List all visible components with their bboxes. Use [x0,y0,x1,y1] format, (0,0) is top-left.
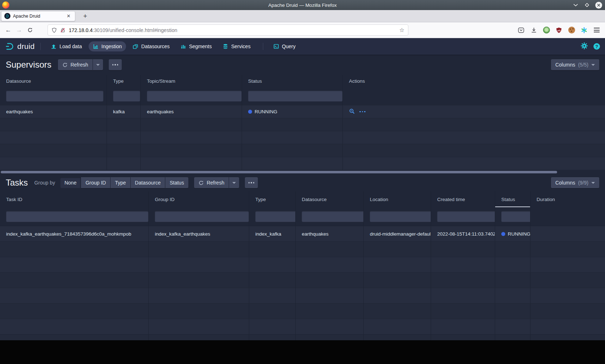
col-header-created-time[interactable]: Created time [431,191,495,207]
downloads-icon[interactable] [530,26,538,34]
filter-group-id-input[interactable] [155,211,249,222]
window-minimize-button[interactable] [572,2,579,8]
colorful-extension-icon[interactable] [580,26,588,34]
nav-item-query[interactable]: Query [269,41,300,51]
empty-row [0,118,605,131]
group-by-datasource-button[interactable]: Datasource [131,177,165,188]
privacy-extension-icon[interactable] [542,26,550,34]
supervisors-refresh-caret-button[interactable] [93,59,103,70]
tasks-table-header: Task ID Group ID Type Datasource Locatio… [0,191,605,207]
col-header-datasource[interactable]: Datasource [0,75,107,87]
tasks-refresh-button[interactable]: Refresh [194,177,229,188]
ublock-extension-icon[interactable]: uO [555,26,563,34]
url-text[interactable]: 172.18.0.4:30109/unified-console.html#in… [69,27,396,33]
filter-status-input[interactable] [248,91,342,101]
forward-button[interactable]: → [14,25,24,36]
url-bar[interactable]: 172.18.0.4:30109/unified-console.html#in… [48,24,408,36]
services-icon [223,44,228,49]
supervisors-filter-row [0,87,605,105]
col-header-type[interactable]: Type [249,191,296,207]
filter-datasource-input[interactable] [302,211,364,222]
cell-datasource: earthquakes [0,105,107,118]
nav-item-segments[interactable]: Segments [176,41,216,51]
empty-row [0,241,605,257]
nav-item-datasources[interactable]: Datasources [128,41,174,51]
refresh-icon [62,62,68,68]
filter-type-input[interactable] [113,91,140,101]
col-header-datasource[interactable]: Datasource [296,191,364,207]
window-maximize-button[interactable] [584,2,590,8]
col-header-task-id[interactable]: Task ID [0,191,149,207]
cell-location: druid-middlemanager-defaul... [364,226,431,241]
insecure-lock-icon[interactable] [60,27,66,33]
supervisors-horizontal-scrollbar[interactable] [0,170,605,174]
window-close-button[interactable] [595,2,602,9]
supervisors-more-button[interactable] [109,59,122,70]
group-by-label: Group by [34,180,55,186]
col-header-topic-stream[interactable]: Topic/Stream [141,75,242,87]
browser-tab-apache-druid[interactable]: Apache Druid ✕ [1,11,75,21]
task-row[interactable]: index_kafka_earthquakes_7184357396d6c0a_… [0,226,605,241]
cookie-extension-icon[interactable] [568,26,575,34]
running-dot-icon [501,232,505,236]
tasks-more-button[interactable] [245,177,258,188]
filter-topic-input[interactable] [147,91,242,101]
help-icon[interactable]: ? [593,43,600,50]
new-tab-button[interactable]: + [80,12,90,20]
tasks-refresh-caret-button[interactable] [229,177,239,188]
cell-type: kafka [107,105,141,118]
empty-row [0,319,605,334]
back-button[interactable]: ← [3,25,14,36]
empty-row [0,144,605,157]
col-header-duration[interactable]: Duration [530,191,605,207]
tasks-columns-button[interactable]: Columns (9/9) [551,177,599,188]
scrollbar-thumb[interactable] [1,171,557,173]
nav-item-services[interactable]: Services [218,41,255,51]
refresh-icon [198,180,204,186]
navbar-divider-2 [263,43,263,50]
nav-item-load-data[interactable]: Load data [46,41,86,51]
settings-gear-icon[interactable] [581,42,588,51]
tab-close-icon[interactable]: ✕ [65,13,72,19]
filter-created-time-input[interactable] [437,211,495,222]
supervisor-row[interactable]: earthquakes kafka earthquakes RUNNING [0,105,605,118]
group-by-status-button[interactable]: Status [165,177,188,188]
bookmark-star-icon[interactable]: ☆ [399,27,404,33]
segments-icon [180,44,186,49]
pocket-icon[interactable] [517,26,525,34]
supervisors-refresh-button[interactable]: Refresh [58,59,93,70]
empty-row [0,272,605,288]
supervisors-columns-button[interactable]: Columns (5/5) [551,59,599,70]
group-by-type-button[interactable]: Type [111,177,130,188]
druid-navbar: druid Load data Ingestion Datasources Se… [0,38,605,55]
inspect-magnifier-icon[interactable] [349,108,355,115]
chevron-down-icon [591,64,595,66]
menu-icon[interactable] [593,26,601,34]
col-header-location[interactable]: Location [364,191,431,207]
more-icon [248,182,255,183]
tab-bar: Apache Druid ✕ + [0,10,605,22]
ingestion-icon [93,44,99,49]
group-by-group-id-button[interactable]: Group ID [81,177,110,188]
filter-location-input[interactable] [370,211,431,222]
window-controls [572,0,602,10]
col-header-status[interactable]: Status [242,75,343,87]
cell-task-id: index_kafka_earthquakes_7184357396d6c0a_… [0,226,149,241]
shield-icon[interactable] [51,27,57,33]
filter-task-id-input[interactable] [6,211,148,222]
row-more-icon[interactable] [359,111,366,113]
col-header-group-id[interactable]: Group ID [149,191,249,207]
col-header-type[interactable]: Type [107,75,141,87]
reload-button[interactable] [24,25,35,36]
filter-type-input[interactable] [255,211,296,222]
druid-logo-icon [5,42,15,51]
filter-datasource-input[interactable] [6,91,103,101]
tasks-title: Tasks [6,178,28,188]
nav-item-ingestion[interactable]: Ingestion [89,41,126,51]
filter-status-input[interactable] [501,211,530,222]
group-by-none-button[interactable]: None [60,177,81,188]
druid-logo[interactable]: druid [5,42,35,51]
col-header-status-sorted[interactable]: Status [495,191,530,207]
tasks-header: Tasks Group by None Group ID Type Dataso… [0,174,605,191]
firefox-window: Apache Druid — Mozilla Firefox Apache Dr… [0,0,605,340]
